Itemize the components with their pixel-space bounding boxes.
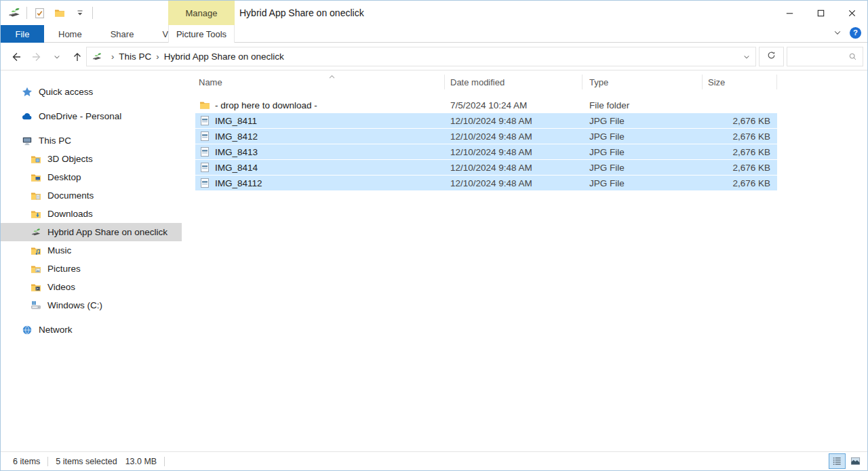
- qat-separator: [92, 7, 93, 19]
- address-box[interactable]: ›This PC›Hybrid App Share on oneclick: [86, 47, 756, 66]
- sidebar-item-label: Downloads: [47, 209, 93, 219]
- file-name: IMG_8412: [215, 131, 258, 142]
- selection-size: 13.0 MB: [125, 457, 157, 466]
- properties-check-icon[interactable]: [31, 5, 47, 21]
- type-cell: JPG File: [583, 163, 703, 173]
- cloud-icon: [22, 111, 33, 122]
- title-bar: Manage Hybrid App Share on oneclick: [1, 1, 867, 25]
- breadcrumb-item[interactable]: Hybrid App Share on oneclick: [164, 52, 284, 62]
- breadcrumb-item[interactable]: This PC: [119, 52, 151, 62]
- pc-icon: [22, 136, 33, 146]
- breadcrumb-chevron-icon[interactable]: ›: [106, 52, 119, 62]
- sidebar-item-3d-objects[interactable]: 3D Objects: [1, 150, 182, 168]
- sidebar-item-windows-c[interactable]: Windows (C:): [1, 296, 182, 314]
- folder-pictures-icon: [31, 264, 41, 274]
- back-arrow-icon[interactable]: [7, 47, 25, 66]
- date-modified-cell: 12/10/2024 9:48 AM: [445, 178, 583, 188]
- sidebar-item-label: Network: [39, 325, 73, 335]
- sidebar-item-quick-access[interactable]: Quick access: [1, 83, 182, 101]
- sidebar-item-network[interactable]: Network: [1, 321, 182, 339]
- file-name: IMG_8414: [215, 163, 258, 173]
- breadcrumb-chevron-icon[interactable]: ›: [151, 52, 163, 62]
- file-row[interactable]: IMG_841412/10/2024 9:48 AMJPG File2,676 …: [195, 160, 777, 176]
- thumbnail-view-button[interactable]: [847, 453, 864, 469]
- file-row[interactable]: IMG_8411212/10/2024 9:48 AMJPG File2,676…: [195, 176, 777, 191]
- tab-home[interactable]: Home: [44, 25, 96, 43]
- qat-dropdown-chevron-icon[interactable]: [72, 5, 88, 21]
- folder-documents-icon: [31, 190, 41, 201]
- column-header-size[interactable]: Size: [703, 75, 777, 89]
- sidebar-item-hybrid-app-share-on-oneclick[interactable]: Hybrid App Share on oneclick: [1, 223, 182, 241]
- sidebar-item-this-pc[interactable]: This PC: [1, 131, 182, 150]
- file-name: IMG_8411: [215, 116, 257, 126]
- view-toggles: [829, 453, 864, 469]
- app-icon[interactable]: [6, 5, 22, 21]
- address-bar: ›This PC›Hybrid App Share on oneclick: [1, 43, 867, 70]
- window-title: Hybrid App Share on oneclick: [239, 1, 364, 25]
- manage-contextual-group[interactable]: Manage: [168, 1, 235, 25]
- jpg-file-icon: [199, 162, 210, 173]
- file-row[interactable]: IMG_841312/10/2024 9:48 AMJPG File2,676 …: [195, 144, 777, 160]
- svg-text:?: ?: [853, 28, 858, 37]
- type-cell: JPG File: [583, 116, 703, 126]
- file-name-cell: - drop here to download -: [195, 100, 445, 110]
- refresh-icon: [766, 50, 776, 63]
- close-button[interactable]: [836, 1, 867, 25]
- collapse-ribbon-chevron-icon[interactable]: [833, 28, 842, 40]
- tab-share[interactable]: Share: [96, 25, 149, 43]
- tab-picture-tools[interactable]: Picture Tools: [168, 25, 235, 43]
- column-header-type[interactable]: Type: [583, 75, 703, 89]
- column-header-name[interactable]: Name: [195, 75, 445, 89]
- up-arrow-icon[interactable]: [68, 47, 86, 66]
- tab-file[interactable]: File: [1, 25, 44, 43]
- forward-arrow-icon[interactable]: [28, 47, 45, 66]
- sidebar-item-music[interactable]: Music: [1, 241, 182, 260]
- address-dropdown-chevron-icon[interactable]: [738, 47, 755, 66]
- size-cell: 2,676 KB: [703, 163, 777, 173]
- folder-music-icon: [31, 245, 41, 256]
- qat-separator: [26, 7, 27, 19]
- help-icon[interactable]: ?: [849, 26, 862, 42]
- file-name-cell: IMG_8413: [195, 146, 445, 157]
- sort-ascending-icon: [328, 72, 336, 82]
- sidebar-item-documents[interactable]: Documents: [1, 186, 182, 205]
- sidebar-item-pictures[interactable]: Pictures: [1, 260, 182, 278]
- sidebar-item-videos[interactable]: Videos: [1, 278, 182, 296]
- sidebar-item-downloads[interactable]: Downloads: [1, 205, 182, 223]
- sidebar-item-desktop[interactable]: Desktop: [1, 168, 182, 186]
- sidebar-item-onedrive-personal[interactable]: OneDrive - Personal: [1, 107, 182, 125]
- file-list-pane: NameDate modifiedTypeSize - drop here to…: [182, 72, 867, 451]
- search-input[interactable]: [787, 47, 848, 66]
- column-header-date-modified[interactable]: Date modified: [445, 75, 583, 89]
- ribbon-right-controls: ?: [833, 25, 862, 43]
- folder-3d-icon: [31, 154, 41, 165]
- details-view-button[interactable]: [829, 453, 846, 469]
- date-modified-cell: 12/10/2024 9:48 AM: [445, 116, 583, 126]
- status-separator: [164, 457, 165, 466]
- search-icon[interactable]: [848, 52, 863, 61]
- drive-icon: [31, 300, 41, 311]
- file-row[interactable]: IMG_841112/10/2024 9:48 AMJPG File2,676 …: [195, 113, 777, 129]
- sidebar-item-label: 3D Objects: [47, 154, 93, 164]
- file-rows: - drop here to download -7/5/2024 10:24 …: [182, 98, 867, 191]
- sidebar-item-label: This PC: [39, 136, 71, 146]
- file-name: IMG_84112: [215, 178, 262, 188]
- app-icon: [31, 227, 41, 238]
- jpg-file-icon: [199, 131, 210, 142]
- sidebar-item-label: Quick access: [39, 87, 93, 97]
- maximize-button[interactable]: [805, 1, 836, 25]
- folder-videos-icon: [31, 282, 41, 293]
- jpg-file-icon: [199, 115, 210, 126]
- minimize-button[interactable]: [774, 1, 805, 25]
- recent-locations-chevron-icon[interactable]: [48, 47, 66, 66]
- quick-access-toolbar: [6, 1, 93, 25]
- window-controls: [774, 1, 867, 25]
- navigation-pane: Quick accessOneDrive - PersonalThis PC 3…: [1, 72, 182, 451]
- navigation-buttons: [7, 43, 86, 70]
- file-row[interactable]: - drop here to download -7/5/2024 10:24 …: [195, 98, 777, 113]
- status-bar: 6 items 5 items selected 13.0 MB: [1, 451, 867, 470]
- main-content: Quick accessOneDrive - PersonalThis PC 3…: [1, 72, 867, 451]
- refresh-button[interactable]: [759, 47, 784, 66]
- file-row[interactable]: IMG_841212/10/2024 9:48 AMJPG File2,676 …: [195, 129, 777, 144]
- new-folder-icon[interactable]: [52, 5, 68, 21]
